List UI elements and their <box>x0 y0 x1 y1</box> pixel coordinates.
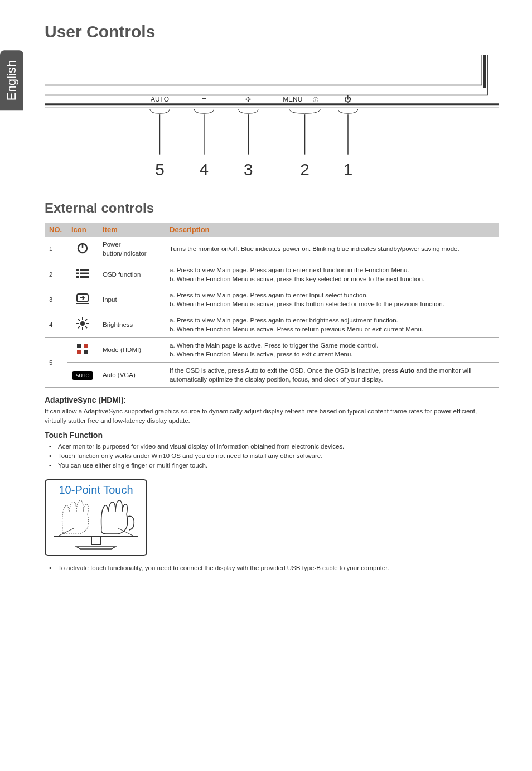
menu-list-icon <box>67 262 98 287</box>
svg-text:−: − <box>201 94 206 103</box>
svg-rect-23 <box>80 272 89 274</box>
controls-table: NO. Icon Item Description 1 Power button… <box>45 223 499 388</box>
svg-text:5: 5 <box>155 160 165 179</box>
row-no: 4 <box>45 312 67 337</box>
svg-line-42 <box>57 528 74 537</box>
svg-rect-24 <box>76 276 79 278</box>
adaptivesync-heading: AdaptiveSync (HDMI): <box>45 396 499 404</box>
svg-rect-44 <box>91 537 100 544</box>
row-item: Power button/indicator <box>98 237 165 262</box>
monitor-button-diagram: AUTO − ✣ MENU ⓘ ⏻ 5 4 3 2 1 <box>45 55 499 182</box>
svg-rect-38 <box>84 344 88 348</box>
list-item: To activate touch functionality, you nee… <box>45 563 499 573</box>
section-external-controls: External controls <box>45 200 499 216</box>
svg-text:ⓘ: ⓘ <box>313 97 318 103</box>
th-item: Item <box>98 223 165 237</box>
table-row: 3 Input a. Press to view Main page. Pres… <box>45 287 499 312</box>
touch-illustration-box: 10-Point Touch <box>45 479 147 556</box>
desc-bold: Auto <box>400 367 414 374</box>
table-row: 4 Brightness a. Press to view Main page.… <box>45 312 499 337</box>
svg-line-33 <box>78 319 80 321</box>
svg-text:1: 1 <box>344 160 353 179</box>
row-item: Brightness <box>98 312 165 337</box>
th-icon: Icon <box>67 223 98 237</box>
list-item: Touch function only works under Win10 OS… <box>45 451 499 461</box>
svg-line-34 <box>85 326 87 328</box>
table-row: AUTO Auto (VGA) If the OSD is active, pr… <box>45 363 499 388</box>
list-item: You can use either single finger or mult… <box>45 461 499 470</box>
touch-box-title: 10-Point Touch <box>51 484 141 497</box>
svg-line-35 <box>78 326 80 328</box>
input-icon <box>67 287 98 312</box>
page-title: User Controls <box>45 22 499 41</box>
row-item: OSD function <box>98 262 165 287</box>
touch-bullets-top: Acer monitor is purposed for video and v… <box>45 442 499 471</box>
svg-line-36 <box>85 319 87 321</box>
svg-line-43 <box>118 528 135 537</box>
row-desc: a. Press to view Main page. Press again … <box>165 262 499 287</box>
svg-rect-21 <box>80 269 89 271</box>
brightness-icon <box>67 312 98 337</box>
row-no: 3 <box>45 287 67 312</box>
row-no: 2 <box>45 262 67 287</box>
svg-text:✣: ✣ <box>245 95 251 103</box>
desc-text: If the OSD is active, press Auto to exit… <box>170 367 400 374</box>
auto-badge-icon: AUTO <box>67 363 98 388</box>
row-desc: Turns the monitor on/off. Blue indicates… <box>165 237 499 262</box>
svg-text:4: 4 <box>200 160 209 179</box>
svg-point-28 <box>80 321 85 326</box>
svg-rect-40 <box>84 350 88 354</box>
svg-text:⏻: ⏻ <box>344 95 351 103</box>
svg-rect-22 <box>76 272 79 274</box>
list-item: Acer monitor is purposed for video and v… <box>45 442 499 451</box>
table-row: 5 Mode (HDMI) a. When the Main page is a… <box>45 338 499 363</box>
row-item: Input <box>98 287 165 312</box>
row-desc: a. When the Main page is active. Press t… <box>165 338 499 363</box>
table-row: 1 Power button/indicator Turns the monit… <box>45 237 499 262</box>
table-row: 2 OSD function a. Press to view Main pag… <box>45 262 499 287</box>
svg-rect-39 <box>77 350 81 354</box>
row-desc: If the OSD is active, press Auto to exit… <box>165 363 499 388</box>
svg-text:2: 2 <box>300 160 309 179</box>
row-item: Mode (HDMI) <box>98 338 165 363</box>
mode-icon <box>67 338 98 363</box>
th-desc: Description <box>165 223 499 237</box>
hands-touch-icon <box>51 498 141 551</box>
svg-rect-25 <box>80 276 89 278</box>
row-item: Auto (VGA) <box>98 363 165 388</box>
row-desc: a. Press to view Main page. Press again … <box>165 287 499 312</box>
row-desc: a. Press to view Main page. Press again … <box>165 312 499 337</box>
adaptivesync-text: It can allow a AdaptiveSync supported gr… <box>45 407 499 425</box>
svg-text:AUTO: AUTO <box>151 95 169 103</box>
row-no: 5 <box>45 338 67 388</box>
svg-text:3: 3 <box>244 160 253 179</box>
touch-bullets-bottom: To activate touch functionality, you nee… <box>45 563 499 573</box>
touch-function-heading: Touch Function <box>45 431 499 440</box>
svg-rect-37 <box>77 344 81 348</box>
th-no: NO. <box>45 223 67 237</box>
language-tab: English <box>0 50 23 110</box>
row-no: 1 <box>45 237 67 262</box>
power-icon <box>67 237 98 262</box>
svg-rect-20 <box>76 269 79 271</box>
svg-text:MENU: MENU <box>283 95 302 103</box>
